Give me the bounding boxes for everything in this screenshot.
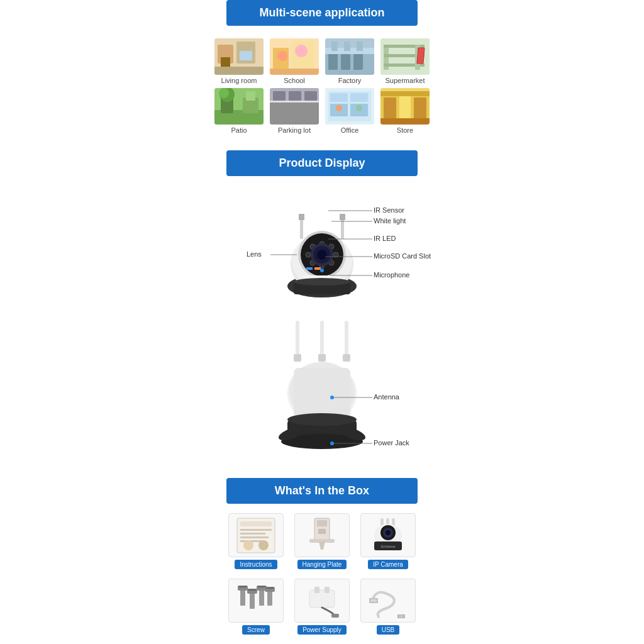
svg-rect-145 bbox=[309, 590, 335, 608]
scene-item-living-room: Living room bbox=[214, 38, 264, 84]
scene-label-school: School bbox=[284, 77, 305, 84]
box-label-power-supply: Power Supply bbox=[297, 625, 347, 635]
multi-scene-section: Multi-scene application bbox=[0, 0, 644, 138]
whats-in-box-section: What's In the Box bbox=[0, 478, 644, 635]
svg-rect-146 bbox=[314, 587, 319, 593]
svg-point-119 bbox=[258, 540, 269, 550]
scene-grid: Living room School bbox=[0, 38, 644, 138]
scene-item-store: Store bbox=[380, 88, 430, 134]
svg-point-130 bbox=[386, 530, 391, 535]
power-supply-img bbox=[294, 579, 350, 623]
svg-rect-36 bbox=[270, 101, 319, 125]
scene-row-2: Patio Parking lot bbox=[214, 88, 430, 134]
svg-rect-14 bbox=[328, 54, 338, 70]
box-label-usb: USB bbox=[377, 625, 400, 635]
instructions-img bbox=[228, 513, 284, 557]
box-label-screw: Screw bbox=[242, 625, 270, 635]
hanging-plate-img bbox=[294, 513, 350, 557]
box-item-instructions: Instructions bbox=[228, 513, 284, 569]
scene-item-school: School bbox=[269, 38, 319, 84]
svg-rect-47 bbox=[350, 93, 368, 102]
label-microsd: MicroSD Card Slot bbox=[374, 252, 431, 260]
product-display-section: Product Display bbox=[0, 150, 644, 465]
svg-point-32 bbox=[219, 88, 229, 98]
svg-rect-41 bbox=[270, 101, 319, 103]
svg-rect-19 bbox=[344, 42, 350, 51]
svg-rect-11 bbox=[270, 69, 319, 75]
svg-rect-116 bbox=[240, 536, 269, 538]
box-item-ip-camera: SriHome IP Camera bbox=[360, 513, 416, 569]
page-container: Multi-scene application bbox=[0, 0, 644, 644]
label-microphone: Microphone bbox=[374, 271, 409, 279]
label-ir-led: IR LED bbox=[374, 235, 396, 242]
scene-img-school bbox=[270, 38, 319, 75]
svg-rect-38 bbox=[273, 91, 286, 101]
svg-rect-121 bbox=[317, 520, 327, 526]
ip-camera-img: SriHome bbox=[360, 513, 416, 557]
scene-item-parking: Parking lot bbox=[269, 88, 319, 134]
scene-img-parking bbox=[270, 88, 319, 125]
screw-img bbox=[228, 579, 284, 623]
box-label-ip-camera: IP Camera bbox=[368, 560, 408, 569]
box-item-usb: USB bbox=[360, 579, 416, 635]
label-lens: Lens bbox=[247, 250, 262, 258]
label-antenna: Antenna bbox=[374, 393, 400, 401]
svg-rect-148 bbox=[331, 614, 339, 618]
scene-item-office: Office bbox=[325, 88, 375, 134]
svg-rect-39 bbox=[289, 91, 301, 101]
scene-label-supermarket: Supermarket bbox=[386, 77, 425, 84]
svg-rect-138 bbox=[248, 589, 256, 591]
scene-img-office bbox=[325, 88, 374, 125]
camera-front-annotation: SriHome WiFi 1000P IR Sensor bbox=[102, 176, 542, 314]
svg-rect-141 bbox=[258, 586, 265, 587]
label-ir-sensor: IR Sensor bbox=[374, 206, 404, 214]
svg-rect-113 bbox=[240, 521, 272, 526]
label-white-light: White light bbox=[374, 217, 406, 225]
box-items-row-2: Screw bbox=[228, 579, 416, 635]
svg-text:SriHome: SriHome bbox=[380, 545, 396, 548]
svg-rect-150 bbox=[370, 599, 377, 602]
svg-rect-115 bbox=[240, 533, 265, 535]
svg-rect-54 bbox=[384, 97, 396, 119]
svg-rect-55 bbox=[414, 97, 426, 119]
svg-point-10 bbox=[295, 45, 308, 57]
scene-label-factory: Factory bbox=[338, 77, 362, 84]
box-label-instructions: Instructions bbox=[235, 560, 277, 569]
scene-item-supermarket: Supermarket bbox=[380, 38, 430, 84]
svg-rect-135 bbox=[239, 586, 247, 587]
svg-point-118 bbox=[243, 540, 253, 550]
scene-item-factory: Factory bbox=[325, 38, 375, 84]
camera-back-annotation: Antenna Power Jack bbox=[102, 314, 542, 465]
box-header: What's In the Box bbox=[226, 478, 418, 504]
scene-img-living bbox=[214, 38, 264, 75]
svg-point-49 bbox=[356, 105, 362, 111]
box-items-row-1: Instructions Hanging Plate bbox=[228, 513, 416, 569]
svg-rect-34 bbox=[246, 91, 255, 101]
scene-label-parking: Parking lot bbox=[278, 126, 311, 134]
box-label-hanging-plate: Hanging Plate bbox=[297, 560, 347, 569]
svg-rect-147 bbox=[325, 587, 330, 593]
svg-rect-122 bbox=[318, 529, 326, 534]
scene-row-1: Living room School bbox=[214, 38, 430, 84]
scene-img-supermarket bbox=[380, 38, 430, 75]
product-display-header: Product Display bbox=[226, 150, 418, 176]
svg-rect-144 bbox=[266, 587, 274, 589]
svg-rect-56 bbox=[380, 118, 430, 125]
box-items-grid: Instructions Hanging Plate bbox=[0, 513, 644, 635]
svg-point-48 bbox=[336, 105, 342, 111]
svg-rect-152 bbox=[399, 615, 404, 618]
scene-img-store bbox=[380, 88, 430, 125]
scene-label-living-room: Living room bbox=[221, 77, 257, 84]
scene-img-patio bbox=[214, 88, 264, 125]
svg-rect-15 bbox=[341, 54, 350, 70]
scene-img-factory bbox=[325, 38, 374, 75]
svg-rect-4 bbox=[240, 51, 252, 60]
box-item-hanging-plate: Hanging Plate bbox=[294, 513, 350, 569]
box-item-power-supply: Power Supply bbox=[294, 579, 350, 635]
usb-img bbox=[360, 579, 416, 623]
svg-rect-5 bbox=[214, 67, 264, 75]
annotation-svg-front: IR Sensor White light IR LED MicroSD Car… bbox=[102, 176, 542, 314]
svg-rect-114 bbox=[240, 529, 272, 531]
svg-rect-16 bbox=[353, 54, 363, 70]
svg-rect-46 bbox=[330, 93, 348, 102]
